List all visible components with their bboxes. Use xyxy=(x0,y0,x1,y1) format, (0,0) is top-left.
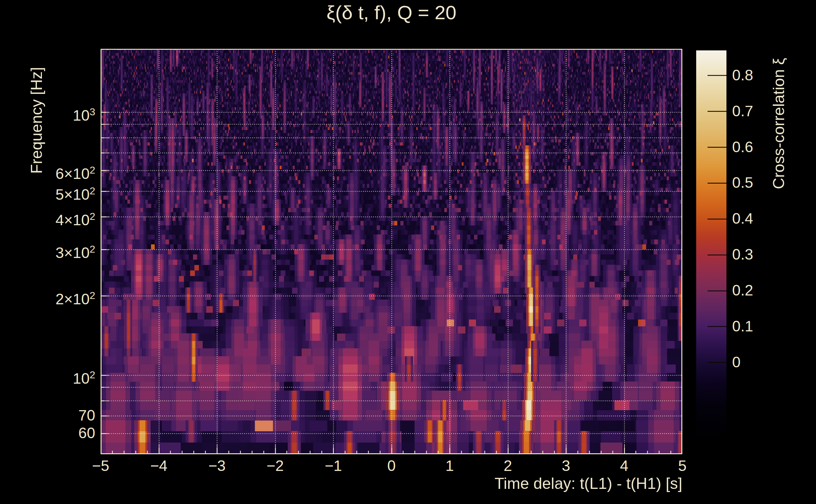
colorbar-tick-label: 0.4 xyxy=(732,210,753,227)
colorbar-tick-label: 0.5 xyxy=(732,174,753,191)
x-tick-label: 1 xyxy=(445,457,454,474)
x-tick-label: 0 xyxy=(387,457,396,474)
colorbar-tick-label: 0.2 xyxy=(732,282,753,299)
x-tick-label: 4 xyxy=(620,457,629,474)
x-tick-label: −4 xyxy=(150,457,167,474)
heatmap-canvas xyxy=(100,49,682,454)
colorbar-tick-label: 0.8 xyxy=(732,67,753,84)
y-tick-label: 60 xyxy=(0,425,95,442)
x-tick-label: −2 xyxy=(267,457,284,474)
x-tick-label: −5 xyxy=(92,457,109,474)
y-tick-exponent: 2 xyxy=(89,211,95,222)
colorbar-tick-label: 0.1 xyxy=(732,318,753,335)
colorbar-tick xyxy=(708,290,727,291)
y-tick-exponent: 2 xyxy=(89,369,95,381)
y-tick-label: 4×102 xyxy=(0,208,95,229)
y-tick-exponent: 2 xyxy=(89,185,95,197)
y-tick-exponent: 2 xyxy=(89,243,95,255)
colorbar-title: Cross-correlation ξ xyxy=(770,58,788,189)
y-tick-label: 3×102 xyxy=(0,241,95,261)
colorbar-tick xyxy=(708,219,727,220)
x-tick-label: 5 xyxy=(678,457,687,474)
x-tick-label: 3 xyxy=(562,457,570,474)
y-tick-label: 102 xyxy=(0,366,95,387)
y-tick-label: 103 xyxy=(0,103,95,124)
x-tick-label: −3 xyxy=(209,457,226,474)
colorbar-tick-label: 0 xyxy=(732,354,741,371)
y-tick-exponent: 2 xyxy=(89,164,95,176)
colorbar-tick xyxy=(708,326,727,327)
colorbar-tick xyxy=(708,75,727,76)
y-tick-label: 70 xyxy=(0,407,95,424)
y-tick-label: 2×102 xyxy=(0,287,95,308)
colorbar-tick xyxy=(708,255,727,255)
colorbar-tick-label: 0.6 xyxy=(732,139,753,156)
colorbar-tick xyxy=(708,111,727,112)
colorbar-gradient xyxy=(696,50,727,438)
y-tick-label: 5×102 xyxy=(0,182,95,203)
x-axis-title: Time delay: t(L1) - t(H1) [s] xyxy=(100,474,682,493)
x-tick-label: 2 xyxy=(503,457,512,474)
y-tick-exponent: 3 xyxy=(89,106,95,117)
colorbar-tick xyxy=(708,147,727,148)
x-tick-label: −1 xyxy=(325,457,342,474)
y-tick-exponent: 2 xyxy=(89,290,95,301)
y-tick-label: 6×102 xyxy=(0,162,95,182)
chart-title: ξ(δ t, f), Q = 20 xyxy=(100,1,682,24)
colorbar-tick-label: 0.7 xyxy=(732,103,753,120)
colorbar-tick xyxy=(708,183,727,184)
colorbar-tick-label: 0.3 xyxy=(732,246,753,263)
colorbar-tick xyxy=(708,362,727,363)
figure-root: { "colors": { "background": "#000000", "… xyxy=(0,0,816,504)
